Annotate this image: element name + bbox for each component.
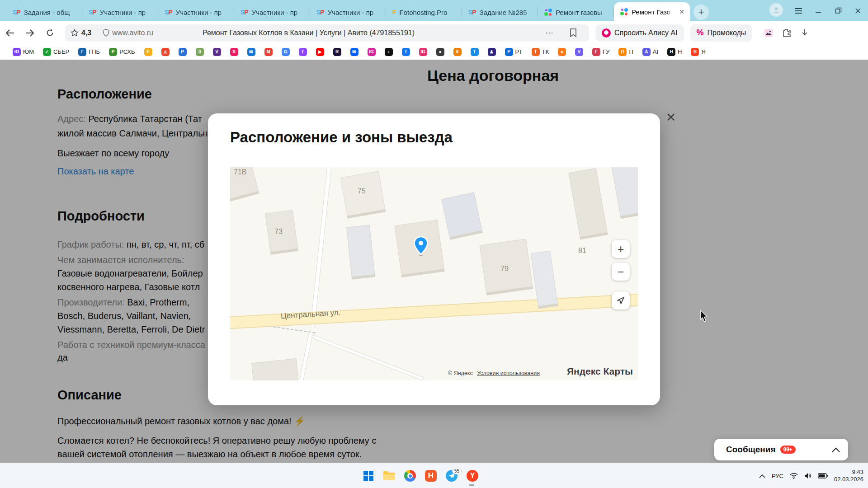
bookmark-item[interactable]: ● xyxy=(554,47,570,57)
browser-tab[interactable]: SPУчастники - пр xyxy=(310,3,386,21)
bookmark-item[interactable]: IG xyxy=(364,47,379,57)
yandex-browser-button[interactable]: Y xyxy=(466,469,479,483)
back-arrow-icon xyxy=(5,29,14,37)
bookmark-label: П xyxy=(629,48,633,55)
bookmark-item[interactable]: ● xyxy=(433,47,448,57)
sp-favicon: SP xyxy=(316,9,324,16)
browser-tab[interactable]: SPУчастники - пр xyxy=(82,3,158,21)
bookmark-favicon: IG xyxy=(419,48,427,56)
modal-close-button[interactable]: ✕ xyxy=(664,110,678,125)
bookmark-favicon: ✉ xyxy=(350,48,359,56)
bookmark-item[interactable]: ♪ xyxy=(381,47,396,57)
bookmark-label: Я xyxy=(701,48,705,55)
start-button[interactable] xyxy=(362,469,375,483)
minimize-button[interactable] xyxy=(808,0,828,21)
browser-tab[interactable]: Ремонт газовы xyxy=(538,3,614,21)
bookmark-item[interactable]: R xyxy=(330,47,345,57)
bookmark-item[interactable]: ▶ xyxy=(312,47,328,57)
clock[interactable]: 9:43 02.03.2026 xyxy=(834,469,863,483)
terms-link[interactable]: Условия использования xyxy=(477,370,540,376)
bookmark-icon[interactable] xyxy=(570,28,577,38)
bookmark-item[interactable]: ТТК xyxy=(528,47,553,57)
browser-tab[interactable]: SPУчастники - пр xyxy=(158,3,234,21)
bookmark-item[interactable]: Т xyxy=(467,47,482,57)
tray-chevron-up-icon[interactable] xyxy=(759,474,765,478)
new-tab-button[interactable]: + xyxy=(693,5,709,20)
address-bar[interactable]: 4,3 www.avito.ru Ремонт Газовых Котлов в… xyxy=(65,24,589,42)
bookmark-item[interactable]: НН xyxy=(664,47,685,57)
browser-tab[interactable]: SPУчастники - пр xyxy=(234,3,310,21)
telegram-button[interactable]: 55 xyxy=(445,469,458,483)
bookmark-item[interactable]: V xyxy=(209,47,225,57)
browser-tab[interactable]: SPЗадание №285 xyxy=(462,3,538,21)
bookmark-item[interactable]: ПП xyxy=(615,47,637,57)
h-app-button[interactable]: H xyxy=(424,469,438,483)
profile-avatar[interactable] xyxy=(769,3,783,17)
bookmark-item[interactable]: ЮЮМ xyxy=(9,47,38,57)
yandex-map[interactable]: 71В73757981 Центральная ул. + − © Яндекс… xyxy=(230,167,638,380)
site-security[interactable]: www.avito.ru xyxy=(97,29,159,37)
promo-codes-button[interactable]: % Промокоды xyxy=(690,24,753,42)
chrome-button[interactable] xyxy=(403,469,417,483)
zoom-out-button[interactable]: − xyxy=(612,263,630,281)
bookmark-item[interactable]: ♟ xyxy=(484,47,500,57)
browser-tab[interactable]: Ремонт Газо✕ xyxy=(614,2,690,21)
bookmark-item[interactable]: ✉ xyxy=(347,47,362,57)
chevron-up-icon[interactable] xyxy=(832,447,840,452)
back-button[interactable] xyxy=(0,25,20,41)
bookmark-item[interactable]: IG xyxy=(415,47,431,57)
downloads-icon[interactable] xyxy=(796,25,814,41)
bookmark-item[interactable]: ✓СБЕР xyxy=(39,47,73,57)
bookmark-item[interactable]: F xyxy=(141,47,156,57)
restore-button[interactable] xyxy=(828,0,848,21)
volume-icon[interactable] xyxy=(804,473,811,479)
tab-close-icon[interactable]: ✕ xyxy=(678,8,685,15)
location-pin-icon xyxy=(413,236,429,257)
site-rating[interactable]: 4,3 xyxy=(65,29,97,37)
reload-button[interactable] xyxy=(40,25,60,41)
bookmark-favicon: G xyxy=(282,48,290,56)
zoom-in-button[interactable]: + xyxy=(612,240,630,258)
messages-widget[interactable]: Сообщения 99+ xyxy=(714,439,848,460)
bookmark-item[interactable]: P xyxy=(175,47,190,57)
menu-button[interactable] xyxy=(788,0,808,21)
bookmark-item[interactable]: д xyxy=(158,47,173,57)
wifi-icon[interactable] xyxy=(790,473,798,479)
bookmark-item[interactable]: З xyxy=(192,47,208,57)
bookmark-item[interactable]: S xyxy=(226,47,242,57)
bookmark-item[interactable]: РРТ xyxy=(501,47,526,57)
bookmark-favicon: Т xyxy=(532,48,540,56)
tab-title: Участники - пр xyxy=(328,9,382,16)
forward-button[interactable] xyxy=(20,25,40,41)
bookmark-item[interactable]: M xyxy=(261,47,276,57)
bookmark-item[interactable]: ГГПБ xyxy=(75,47,104,57)
bookmark-item[interactable]: ГГУ xyxy=(589,47,613,57)
extensions-icon[interactable] xyxy=(778,25,796,41)
bookmark-label: СБЕР xyxy=(53,48,69,55)
messages-label: Сообщения xyxy=(726,445,776,455)
browser-tab[interactable]: FFotohosting.Pro xyxy=(386,3,462,21)
restore-icon xyxy=(835,7,842,14)
house-number-label: 79 xyxy=(500,265,509,273)
bookmark-item[interactable]: G xyxy=(278,47,293,57)
map-attribution: © Яндекс Условия использования xyxy=(448,370,540,376)
language-indicator[interactable]: РУС xyxy=(772,473,783,479)
url-text: www.avito.ru xyxy=(112,29,153,37)
yandex-maps-logo[interactable]: Яндекс Карты xyxy=(567,366,633,377)
bookmark-item[interactable]: f xyxy=(398,47,414,57)
geolocate-button[interactable] xyxy=(612,291,630,310)
bookmark-item[interactable]: ЯЯ xyxy=(687,47,709,57)
ask-alice-button[interactable]: Спросить Алису AI xyxy=(595,24,684,42)
browser-tab[interactable]: SPЗадания - общ xyxy=(6,3,82,21)
bookmark-item[interactable]: 8 xyxy=(450,47,465,57)
bookmark-item[interactable]: V xyxy=(571,47,587,57)
screenshot-tool-icon[interactable] xyxy=(760,25,778,41)
battery-icon[interactable] xyxy=(818,473,828,479)
more-actions-icon[interactable]: ⋯ xyxy=(545,28,554,38)
file-explorer-button[interactable] xyxy=(382,469,396,483)
bookmark-item[interactable]: ✉ xyxy=(244,47,259,57)
bookmark-item[interactable]: РРСХБ xyxy=(105,47,138,57)
close-window-button[interactable] xyxy=(848,0,868,21)
bookmark-item[interactable]: T xyxy=(295,47,311,57)
bookmark-item[interactable]: AAI xyxy=(639,47,662,57)
